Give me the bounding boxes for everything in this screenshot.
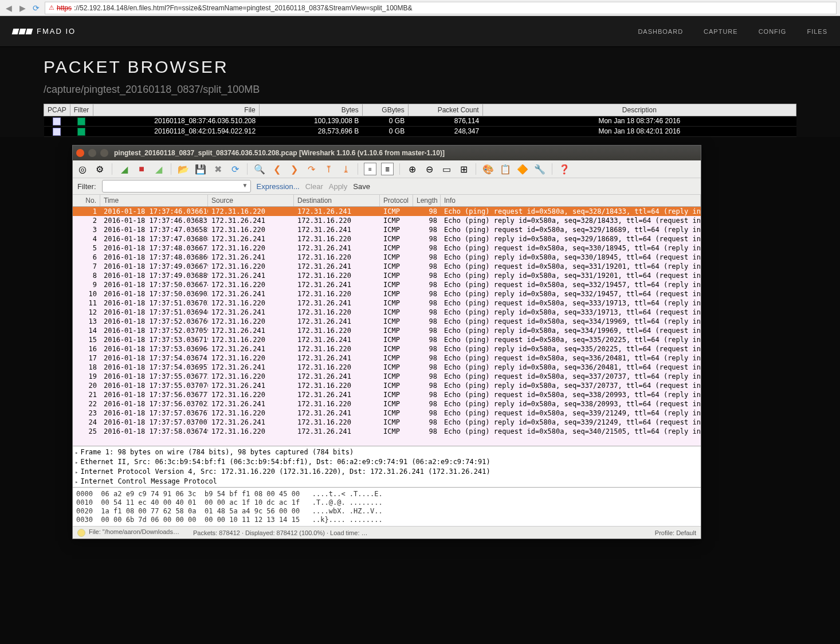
goto-icon[interactable]: ↷ — [305, 163, 317, 175]
clear-link[interactable]: Clear — [305, 182, 323, 191]
titlebar[interactable]: pingtest_20160118_0837_split_083746.036.… — [73, 146, 701, 160]
file-row[interactable]: 20160118_08:37:46.036.510.208 100,139,00… — [44, 116, 796, 127]
packet-row[interactable]: 172016-01-18 17:37:54.0367413172.31.16.2… — [73, 354, 701, 363]
detail-row[interactable]: Internet Control Message Protocol — [75, 477, 698, 486]
prefs-icon[interactable]: 🔧 — [533, 163, 546, 175]
start-capture-icon[interactable]: ◢ — [118, 163, 131, 175]
packet-row[interactable]: 242016-01-18 17:37:57.0370079172.31.26.2… — [73, 418, 701, 427]
packet-list[interactable]: 12016-01-18 17:37:46.0366102172.31.16.22… — [73, 207, 701, 446]
col-no[interactable]: No. — [73, 195, 100, 206]
packet-row[interactable]: 122016-01-18 17:37:51.0369469172.31.26.2… — [73, 308, 701, 317]
packet-row[interactable]: 92016-01-18 17:37:50.0366747172.31.16.22… — [73, 280, 701, 289]
col-source[interactable]: Source — [208, 195, 294, 206]
last-icon[interactable]: ⤓ — [339, 163, 352, 175]
packet-row[interactable]: 102016-01-18 17:37:50.0369038172.31.26.2… — [73, 289, 701, 299]
packet-row[interactable]: 112016-01-18 17:37:51.0367027172.31.16.2… — [73, 299, 701, 308]
th-bytes[interactable]: Bytes — [259, 104, 362, 116]
th-count[interactable]: Packet Count — [408, 104, 482, 116]
apply-link[interactable]: Apply — [329, 182, 348, 191]
col-destination[interactable]: Destination — [294, 195, 380, 206]
detail-row[interactable]: Ethernet II, Src: 06:3c:b9:54:bf:f1 (06:… — [75, 457, 698, 467]
nav-files[interactable]: FILES — [807, 28, 827, 35]
packet-row[interactable]: 212016-01-18 17:37:56.0367774172.31.16.2… — [73, 390, 701, 399]
colorize-icon[interactable]: ≡ — [364, 163, 376, 175]
status-profile[interactable]: Profile: Default — [655, 529, 696, 536]
filter-input[interactable]: ▼ — [102, 180, 251, 193]
packet-row[interactable]: 132016-01-18 17:37:52.0367607172.31.16.2… — [73, 317, 701, 326]
status-packets: Packets: 878412 · Displayed: 878412 (100… — [193, 529, 368, 536]
packet-row[interactable]: 152016-01-18 17:37:53.0367192172.31.16.2… — [73, 335, 701, 344]
first-icon[interactable]: ⤒ — [322, 163, 335, 175]
packet-details-pane[interactable]: Frame 1: 98 bytes on wire (784 bits), 98… — [73, 446, 701, 487]
packet-bytes-pane[interactable]: 0000 06 a2 e9 c9 74 91 06 3c b9 54 bf f1… — [73, 487, 701, 526]
interfaces-icon[interactable]: ◎ — [76, 163, 89, 175]
packet-row[interactable]: 32016-01-18 17:37:47.0365858172.31.16.22… — [73, 225, 701, 234]
packet-row[interactable]: 192016-01-18 17:37:55.0367726172.31.16.2… — [73, 372, 701, 381]
coloring-rules-icon[interactable]: 🔶 — [516, 163, 529, 175]
capture-filters-icon[interactable]: 🎨 — [482, 163, 494, 175]
th-gbytes[interactable]: GBytes — [362, 104, 408, 116]
nav-capture[interactable]: CAPTURE — [704, 28, 738, 35]
prev-icon[interactable]: ❮ — [270, 163, 283, 175]
detail-row[interactable]: Frame 1: 98 bytes on wire (784 bits), 98… — [75, 447, 698, 457]
autoscroll-icon[interactable]: ≣ — [381, 163, 394, 175]
packet-row[interactable]: 82016-01-18 17:37:49.0368898172.31.26.24… — [73, 271, 701, 280]
col-protocol[interactable]: Protocol — [380, 195, 413, 206]
th-desc[interactable]: Description — [482, 104, 796, 116]
packet-row[interactable]: 142016-01-18 17:37:52.0370594172.31.26.2… — [73, 326, 701, 335]
col-length[interactable]: Length — [413, 195, 441, 206]
save-link[interactable]: Save — [353, 182, 370, 191]
zoom-out-icon[interactable]: ⊖ — [423, 163, 435, 175]
url-bar[interactable]: ⚠ https ://52.192.184.148/en.files.html?… — [45, 2, 837, 14]
zoom-fit-icon[interactable]: ▭ — [440, 163, 453, 175]
zoom-in-icon[interactable]: ⊕ — [406, 163, 418, 175]
nav-config[interactable]: CONFIG — [759, 28, 787, 35]
packet-row[interactable]: 252016-01-18 17:37:58.0367496172.31.16.2… — [73, 427, 701, 436]
logo[interactable]: FMAD IO — [13, 27, 76, 36]
detail-row[interactable]: Internet Protocol Version 4, Src: 172.31… — [75, 467, 698, 477]
resize-cols-icon[interactable]: ⊞ — [457, 163, 470, 175]
maximize-button[interactable] — [100, 149, 108, 157]
reload-button[interactable]: ⟳ — [31, 3, 41, 13]
options-icon[interactable]: ⚙ — [93, 163, 106, 175]
next-icon[interactable]: ❯ — [288, 163, 300, 175]
th-pcap[interactable]: PCAP — [44, 104, 70, 116]
pcap-icon[interactable] — [53, 128, 61, 136]
th-filter[interactable]: Filter — [70, 104, 93, 116]
close-button[interactable] — [76, 149, 84, 157]
packet-row[interactable]: 12016-01-18 17:37:46.0366102172.31.16.22… — [73, 207, 701, 216]
filter-dropdown-icon[interactable]: ▼ — [242, 182, 248, 189]
minimize-button[interactable] — [88, 149, 96, 157]
col-info[interactable]: Info — [441, 195, 701, 206]
find-icon[interactable]: 🔍 — [253, 163, 266, 175]
save-icon[interactable]: 💾 — [194, 163, 207, 175]
restart-capture-icon[interactable]: ◢ — [152, 163, 165, 175]
filter-icon[interactable] — [77, 117, 85, 125]
th-file[interactable]: File — [93, 104, 259, 116]
display-filters-icon[interactable]: 📋 — [499, 163, 512, 175]
file-row[interactable]: 20160118_08:42:01.594.022.912 28,573,696… — [44, 126, 796, 136]
packet-row[interactable]: 62016-01-18 17:37:48.0368606172.31.26.24… — [73, 253, 701, 262]
col-time[interactable]: Time — [100, 195, 208, 206]
help-icon[interactable]: ❓ — [558, 163, 571, 175]
packet-row[interactable]: 162016-01-18 17:37:53.0369648172.31.26.2… — [73, 344, 701, 354]
pcap-icon[interactable] — [53, 117, 61, 125]
packet-row[interactable]: 222016-01-18 17:37:56.0370228172.31.26.2… — [73, 399, 701, 409]
packet-row[interactable]: 22016-01-18 17:37:46.0368316172.31.26.24… — [73, 216, 701, 225]
nav-dashboard[interactable]: DASHBOARD — [638, 28, 683, 35]
packet-row[interactable]: 42016-01-18 17:37:47.0368089172.31.26.24… — [73, 234, 701, 244]
packet-header: No. Time Source Destination Protocol Len… — [73, 195, 701, 207]
packet-row[interactable]: 72016-01-18 17:37:49.0366797172.31.16.22… — [73, 262, 701, 271]
reload-file-icon[interactable]: ⟳ — [229, 163, 241, 175]
open-icon[interactable]: 📂 — [177, 163, 190, 175]
expression-link[interactable]: Expression... — [257, 182, 300, 191]
close-file-icon[interactable]: ✖ — [211, 163, 224, 175]
packet-row[interactable]: 202016-01-18 17:37:55.0370769172.31.26.2… — [73, 381, 701, 390]
packet-row[interactable]: 52016-01-18 17:37:48.0366726172.31.16.22… — [73, 244, 701, 253]
back-button[interactable]: ◀ — [3, 3, 14, 13]
packet-row[interactable]: 232016-01-18 17:37:57.0367678172.31.16.2… — [73, 409, 701, 418]
forward-button[interactable]: ▶ — [17, 3, 28, 13]
packet-row[interactable]: 182016-01-18 17:37:54.0369579172.31.26.2… — [73, 363, 701, 372]
filter-icon[interactable] — [77, 128, 85, 136]
stop-capture-icon[interactable]: ■ — [135, 163, 148, 175]
